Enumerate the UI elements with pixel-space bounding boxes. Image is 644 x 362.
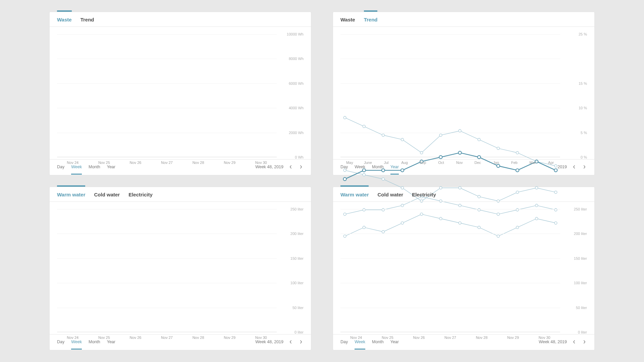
y-tick: 4000 Wh (289, 106, 304, 110)
x-tick: Nov 26 (403, 336, 435, 340)
tab-waste[interactable]: Waste (340, 17, 355, 22)
chart-plot: Nov 24Nov 25Nov 26Nov 27Nov 28Nov 29Nov … (57, 34, 277, 157)
y-axis: 0 liter50 liter100 liter150 liter200 lit… (277, 209, 304, 332)
svg-point-14 (382, 178, 384, 180)
tab-warm-water[interactable]: Warm water (57, 192, 85, 197)
x-tick: May (340, 161, 359, 165)
period-label: Week 48, 2019 (255, 340, 283, 344)
x-tick: Nov 28 (466, 336, 497, 340)
y-tick: 0 % (581, 155, 587, 159)
range-week[interactable]: Week (71, 340, 82, 344)
range-year[interactable]: Year (107, 165, 115, 169)
period-label: Week 48, 2019 (255, 165, 283, 169)
y-tick: 200 liter (290, 232, 304, 236)
chevron-left-icon[interactable] (572, 339, 577, 345)
x-tick: Nov 30 (245, 336, 277, 340)
range-day[interactable]: Day (340, 340, 348, 344)
x-tick: Nov 29 (214, 161, 246, 165)
range-week[interactable]: Week (71, 165, 82, 169)
x-tick: Jan (487, 161, 505, 165)
chevron-left-icon[interactable] (288, 339, 293, 345)
range-week[interactable]: Week (355, 165, 365, 169)
tab-trend[interactable]: Trend (364, 17, 378, 22)
tab-warm-water[interactable]: Warm water (340, 192, 369, 197)
chart-panel-waste-bar: WasteTrendNov 24Nov 25Nov 26Nov 27Nov 28… (50, 12, 311, 175)
x-tick: Jul (377, 161, 395, 165)
chevron-right-icon[interactable] (582, 339, 587, 345)
svg-point-32 (497, 164, 500, 167)
range-year[interactable]: Year (390, 165, 399, 169)
chevron-right-icon[interactable] (582, 164, 587, 170)
x-axis: Nov 24Nov 25Nov 26Nov 27Nov 28Nov 29Nov … (57, 332, 277, 340)
svg-point-1 (363, 125, 365, 128)
x-tick: Nov 24 (57, 336, 89, 340)
range-selector: DayWeekMonthYear (340, 340, 399, 344)
range-month[interactable]: Month (89, 340, 100, 344)
tab-electricity[interactable]: Electricity (412, 192, 436, 197)
tab-cold-water[interactable]: Cold water (377, 192, 403, 197)
chart-tabs: Warm waterCold waterElectricity (50, 187, 311, 202)
y-tick: 0 Wh (295, 155, 304, 159)
x-tick: Nov 26 (120, 336, 151, 340)
svg-point-30 (458, 151, 461, 154)
x-tick: Nov 25 (89, 161, 120, 165)
x-tick: Nov 26 (120, 161, 151, 165)
y-tick: 25 % (579, 32, 587, 36)
tab-waste[interactable]: Waste (57, 17, 72, 22)
tab-electricity[interactable]: Electricity (128, 192, 153, 197)
tab-cold-water[interactable]: Cold water (94, 192, 120, 197)
y-tick: 200 liter (574, 232, 587, 236)
x-tick: Nov 27 (151, 336, 183, 340)
svg-point-46 (535, 204, 538, 207)
range-selector: DayWeekMonthYear (57, 165, 115, 169)
svg-point-12 (343, 169, 346, 172)
y-tick: 10000 Wh (287, 32, 304, 36)
range-day[interactable]: Day (57, 340, 64, 344)
svg-point-2 (382, 134, 384, 136)
y-tick: 50 liter (576, 306, 587, 310)
chart-plot: Nov 24Nov 25Nov 26Nov 27Nov 28Nov 29Nov … (57, 209, 277, 332)
x-tick: Nov 25 (372, 336, 404, 340)
range-week[interactable]: Week (355, 340, 365, 344)
chevron-left-icon[interactable] (288, 164, 293, 170)
range-day[interactable]: Day (340, 165, 348, 169)
x-tick: Nov (450, 161, 469, 165)
y-axis: 0 %5 %10 %15 %25 % (560, 34, 587, 157)
svg-point-9 (516, 152, 519, 154)
svg-point-33 (516, 169, 519, 172)
x-axis: Nov 24Nov 25Nov 26Nov 27Nov 28Nov 29Nov … (57, 157, 277, 165)
svg-point-3 (401, 138, 404, 141)
x-tick: Nov 27 (151, 161, 183, 165)
range-year[interactable]: Year (107, 340, 115, 344)
x-tick: Mar (524, 161, 542, 165)
tab-trend[interactable]: Trend (80, 17, 94, 22)
y-tick: 10 % (579, 106, 587, 110)
range-selector: DayWeekMonthYear (57, 340, 115, 344)
range-year[interactable]: Year (390, 340, 399, 344)
svg-point-27 (401, 169, 404, 172)
range-month[interactable]: Month (372, 165, 384, 169)
x-axis: MayJuneJulAugSepOctNovDecJanFebMarApr (340, 157, 560, 165)
x-tick: Nov 29 (497, 336, 529, 340)
x-tick: Nov 28 (182, 161, 214, 165)
range-day[interactable]: Day (57, 165, 64, 169)
svg-point-24 (343, 178, 346, 181)
chevron-left-icon[interactable] (572, 164, 577, 170)
chevron-right-icon[interactable] (298, 164, 304, 170)
y-tick: 0 liter (578, 330, 587, 334)
x-tick: Sep (414, 161, 432, 165)
range-month[interactable]: Month (89, 165, 100, 169)
x-tick: Nov 24 (57, 161, 89, 165)
x-tick: Dec (469, 161, 487, 165)
chart-tabs: WasteTrend (50, 12, 311, 27)
y-tick: 250 liter (574, 207, 587, 211)
y-tick: 8000 Wh (289, 57, 304, 61)
x-tick: Aug (395, 161, 414, 165)
svg-point-7 (478, 138, 480, 141)
x-tick: Nov 27 (435, 336, 466, 340)
chart-panel-water-simple: Warm waterCold waterElectricityNov 24Nov… (333, 187, 594, 350)
range-month[interactable]: Month (372, 340, 384, 344)
y-tick: 50 liter (292, 306, 304, 310)
chevron-right-icon[interactable] (298, 339, 304, 345)
y-tick: 150 liter (290, 256, 304, 260)
